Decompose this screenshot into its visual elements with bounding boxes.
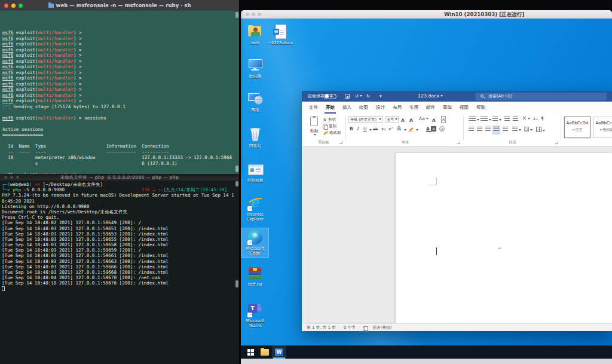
line-spacing-button[interactable] xyxy=(512,127,521,133)
increase-indent-button[interactable] xyxy=(513,117,518,123)
enclose-characters-button[interactable]: 字 xyxy=(439,126,445,131)
tab-references[interactable]: 引用 xyxy=(409,102,418,114)
format-painter-button[interactable]: 格式刷 xyxy=(323,130,341,136)
paragraph-dialog-launcher-icon[interactable] xyxy=(555,141,558,144)
terminal-output[interactable]: ┌─(web@web) ✗✗ [~/Desktop/未命名文件夹]└─> php… xyxy=(2,182,234,292)
taskbar-word[interactable] xyxy=(272,345,286,359)
tab-help[interactable]: 帮助 xyxy=(476,102,485,114)
zoom-button[interactable] xyxy=(258,13,261,16)
tab-insert[interactable]: 插入 xyxy=(342,102,351,114)
tab-file[interactable]: 文件 xyxy=(309,102,318,114)
proofing-book-icon[interactable] xyxy=(363,326,368,330)
font-dialog-launcher-icon[interactable] xyxy=(457,141,460,144)
vm-titlebar[interactable]: Win10 (20210303) [正在运行] xyxy=(241,10,612,19)
terminal-output[interactable]: msf6 exploit(multi/handler) >msf6 exploi… xyxy=(2,30,234,174)
distribute-button[interactable] xyxy=(503,127,508,133)
taskbar-file-explorer[interactable] xyxy=(258,345,272,359)
tab-mailings[interactable]: 邮件 xyxy=(426,102,435,114)
change-case-button[interactable]: Aa xyxy=(419,116,429,122)
cut-button[interactable]: 剪切 xyxy=(323,117,336,123)
strikethrough-button[interactable]: ab xyxy=(373,126,378,132)
sort-button[interactable]: A↓ xyxy=(533,116,538,122)
document-page[interactable]: ↵ xyxy=(396,153,612,323)
quick-access-more-icon[interactable]: ▾ xyxy=(380,91,382,102)
language-indicator[interactable]: 英语(美国) xyxy=(372,324,392,331)
autosave-toggle[interactable]: 关 xyxy=(324,94,336,99)
tab-layout[interactable]: 布局 xyxy=(393,102,402,114)
font-size-select[interactable]: 五号 xyxy=(385,116,399,123)
numbering-button[interactable] xyxy=(481,117,491,123)
asian-layout-button[interactable] xyxy=(522,116,530,122)
text-effects-button[interactable]: A xyxy=(397,126,401,131)
character-border-button[interactable]: A xyxy=(441,116,446,123)
desktop-icon-web[interactable]: web xyxy=(242,24,268,45)
align-left-button[interactable] xyxy=(469,127,474,133)
scrollbar-thumb[interactable] xyxy=(235,12,238,18)
paste-icon[interactable] xyxy=(310,117,318,126)
bullets-button[interactable] xyxy=(469,117,479,123)
style-normal[interactable]: AaBbCcDd↵正文 xyxy=(564,117,590,138)
copy-button[interactable]: 复制 xyxy=(323,123,336,129)
decrease-indent-button[interactable] xyxy=(504,117,510,123)
align-right-button[interactable] xyxy=(485,127,491,133)
scrollbar-thumb[interactable] xyxy=(235,280,238,287)
borders-button[interactable] xyxy=(536,127,545,134)
justify-button[interactable] xyxy=(494,127,499,133)
multilevel-list-button[interactable] xyxy=(492,117,501,123)
bold-button[interactable]: B xyxy=(350,126,353,132)
show-marks-button[interactable]: ¶ xyxy=(541,116,544,122)
terminal-line: 8:45:20 2021 xyxy=(2,198,234,204)
font-color-dropdown-icon[interactable] xyxy=(427,129,429,131)
desktop-icon-edge[interactable]: Microsoft Edge xyxy=(242,228,268,257)
character-shading-button[interactable]: A xyxy=(431,126,436,131)
style-no-spacing[interactable]: AaBbCcDd↵无间隔 xyxy=(593,117,612,138)
tab-draw[interactable]: 绘图 xyxy=(359,102,368,114)
start-button[interactable] xyxy=(243,345,258,359)
desktop-icon-teams[interactable]: Microsoft Teams xyxy=(242,302,268,328)
word-titlebar[interactable]: 自动保存 关 ↺ ↻ ▾ 123.docx 搜索(Alt+Q) xyxy=(302,91,612,102)
document-area[interactable]: ↵ xyxy=(302,146,612,323)
underline-button[interactable]: U xyxy=(363,126,367,132)
desktop-icon-network[interactable]: 网络 xyxy=(242,91,268,112)
desktop-icon-recycle-bin[interactable]: 回收站 xyxy=(242,127,268,148)
close-button[interactable] xyxy=(246,13,249,16)
grow-font-button[interactable]: A˄ xyxy=(401,116,406,124)
font-name-select[interactable]: 等线 (西文正文) xyxy=(348,116,383,123)
phonetic-guide-button[interactable]: Aˇ xyxy=(432,116,437,124)
windows-desktop[interactable]: web~$123.docx此电脑网络回收站控制面板Internet Explor… xyxy=(241,19,612,345)
tab-view[interactable]: 视图 xyxy=(460,102,469,114)
page-indicator[interactable]: 第 1 页, 共 1 页 xyxy=(307,324,336,331)
tab-design[interactable]: 设计 xyxy=(376,102,385,114)
italic-button[interactable]: I xyxy=(357,126,359,132)
scrollbar-thumb[interactable] xyxy=(235,166,238,172)
terminal-titlebar[interactable]: web — msfconsole -n — msfconsole — ruby … xyxy=(0,0,239,11)
shrink-font-button[interactable]: A˅ xyxy=(409,116,414,124)
shading-bucket-button[interactable] xyxy=(524,127,533,133)
align-center-button[interactable] xyxy=(477,127,482,133)
redo-icon[interactable]: ↻ xyxy=(366,91,370,102)
search-box[interactable]: 搜索(Alt+Q) xyxy=(475,93,607,100)
highlight-button[interactable] xyxy=(408,126,413,131)
desktop-icon-internet-explorer[interactable]: Internet Explorer xyxy=(242,195,268,222)
clipboard-dialog-launcher-icon[interactable] xyxy=(339,141,342,144)
word-count[interactable]: 0 个字 xyxy=(344,324,356,331)
paste-button[interactable]: 粘贴 xyxy=(307,128,322,134)
terminal-titlebar[interactable]: 未命名文件夹 — php -S 0.0.0.0:9980 — php — php xyxy=(0,174,239,181)
save-icon[interactable] xyxy=(345,94,350,99)
undo-icon[interactable]: ↺ xyxy=(355,91,362,102)
desktop-icon-docx[interactable]: ~$123.docx xyxy=(267,24,293,45)
document-title[interactable]: 123.docx xyxy=(403,91,457,102)
underline-dropdown-icon[interactable] xyxy=(369,129,372,131)
highlight-dropdown-icon[interactable] xyxy=(416,129,418,131)
superscript-button[interactable]: x² xyxy=(388,126,393,132)
text-effects-dropdown-icon[interactable] xyxy=(404,129,406,131)
desktop-icon-this-pc[interactable]: 此电脑 xyxy=(242,57,268,79)
tab-review[interactable]: 审阅 xyxy=(443,102,452,114)
desktop-icon-control-panel[interactable]: 控制面板 xyxy=(242,161,268,183)
minimize-button[interactable] xyxy=(252,13,255,16)
desktop-icon-rar[interactable]: tttff.rar xyxy=(242,265,268,287)
paste-dropdown-icon[interactable] xyxy=(314,134,316,136)
scrollbar-thumb[interactable] xyxy=(235,181,238,186)
tab-home[interactable]: 开始 xyxy=(326,102,335,114)
subscript-button[interactable]: x₂ xyxy=(381,126,385,132)
